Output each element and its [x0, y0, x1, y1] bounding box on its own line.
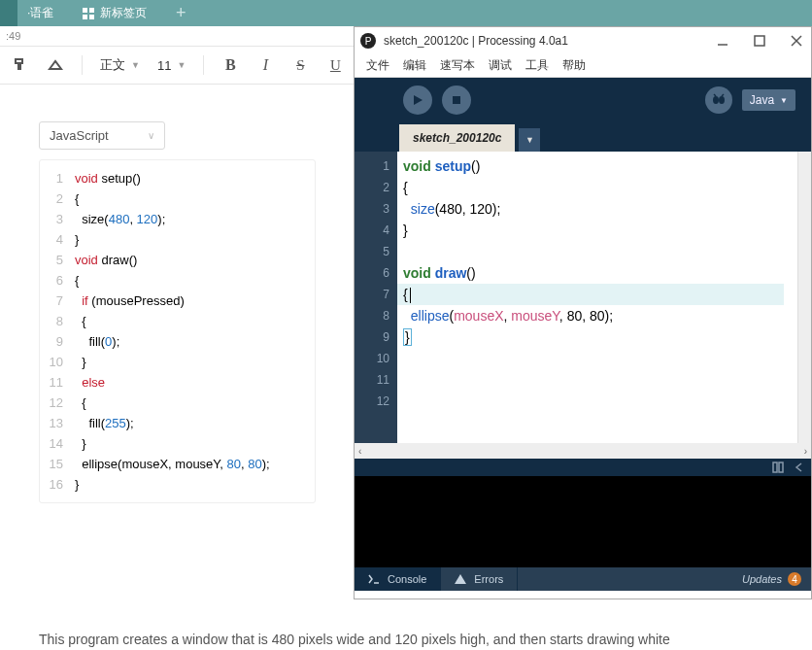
- document-area: JavaScript ∨ 1void setup()2{3 size(480, …: [0, 85, 355, 503]
- tab-yuque[interactable]: ·语雀: [17, 0, 73, 26]
- chevron-down-icon: ▼: [131, 60, 140, 70]
- menubar: 文件编辑速写本调试工具帮助: [355, 54, 811, 78]
- body-paragraph: This program creates a window that is 48…: [39, 630, 767, 649]
- svg-rect-0: [83, 8, 87, 13]
- code-block[interactable]: 1void setup()2{3 size(480, 120);4}5void …: [39, 159, 316, 503]
- status-bar: Console Errors Updates 4: [355, 567, 811, 591]
- grid-icon: [83, 8, 94, 19]
- svg-rect-5: [755, 36, 764, 46]
- horizontal-scrollbar[interactable]: ‹ ›: [355, 443, 811, 459]
- bold-button[interactable]: B: [221, 56, 239, 74]
- updates-indicator[interactable]: Updates 4: [742, 572, 811, 586]
- vertical-scrollbar[interactable]: [797, 152, 811, 443]
- window-title: sketch_200120c | Processing 4.0a1: [384, 34, 568, 48]
- svg-rect-14: [773, 462, 777, 472]
- separator: [82, 55, 83, 75]
- titlebar[interactable]: P sketch_200120c | Processing 4.0a1: [355, 27, 811, 54]
- toolbar: Java▼: [355, 78, 811, 122]
- collapse-icon[interactable]: [794, 462, 805, 473]
- gutter: 123456789101112: [355, 152, 397, 443]
- italic-button[interactable]: I: [256, 56, 274, 74]
- sketch-tabbar: sketch_200120c ▼: [355, 122, 811, 152]
- warning-icon: [455, 574, 466, 584]
- run-button[interactable]: [403, 86, 432, 115]
- svg-marker-17: [455, 574, 466, 584]
- tab-label: 新标签页: [100, 5, 147, 21]
- layout-icon[interactable]: [772, 462, 784, 473]
- close-button[interactable]: [788, 32, 805, 50]
- console-tab[interactable]: Console: [355, 567, 441, 591]
- svg-point-10: [713, 96, 719, 104]
- scroll-left-icon[interactable]: ‹: [358, 446, 361, 457]
- console-output[interactable]: [355, 476, 811, 567]
- menu-item[interactable]: 工具: [525, 57, 549, 74]
- browser-tabstrip: ·语雀 新标签页 +: [0, 0, 812, 26]
- window-controls: [714, 32, 805, 50]
- clear-format-icon[interactable]: [47, 56, 64, 74]
- mode-select[interactable]: Java▼: [742, 89, 795, 111]
- code-area[interactable]: void setup(){ size(480, 120);}void draw(…: [397, 152, 797, 443]
- sketch-tab[interactable]: sketch_200120c: [399, 124, 515, 152]
- chevron-down-icon: ▼: [177, 60, 186, 70]
- svg-rect-15: [779, 462, 783, 472]
- svg-rect-1: [89, 8, 94, 13]
- strike-button[interactable]: S: [291, 56, 309, 74]
- size-select[interactable]: 11▼: [157, 58, 186, 73]
- svg-line-12: [714, 94, 716, 96]
- menu-item[interactable]: 文件: [366, 57, 389, 74]
- code-editor[interactable]: 123456789101112 void setup(){ size(480, …: [355, 152, 811, 443]
- language-label: JavaScript: [50, 128, 109, 143]
- svg-marker-8: [414, 95, 423, 105]
- separator: [203, 55, 204, 75]
- minimize-button[interactable]: [714, 32, 731, 50]
- tab-menu-button[interactable]: ▼: [519, 128, 540, 152]
- style-select[interactable]: 正文▼: [100, 56, 140, 74]
- format-paint-icon[interactable]: [12, 56, 29, 74]
- chevron-down-icon: ▼: [780, 96, 788, 105]
- tab-new[interactable]: 新标签页: [73, 0, 166, 26]
- maximize-button[interactable]: [751, 32, 768, 50]
- chevron-down-icon: ∨: [148, 130, 154, 141]
- svg-rect-3: [89, 15, 94, 19]
- console-icon: [368, 574, 380, 584]
- svg-rect-9: [453, 96, 460, 104]
- tab-label: ·语雀: [27, 5, 53, 21]
- svg-line-13: [722, 94, 724, 96]
- title-left: P sketch_200120c | Processing 4.0a1: [360, 33, 568, 49]
- language-select[interactable]: JavaScript ∨: [39, 121, 165, 150]
- errors-tab[interactable]: Errors: [441, 567, 518, 591]
- update-count-badge: 4: [788, 572, 801, 586]
- menu-item[interactable]: 帮助: [562, 57, 586, 74]
- new-tab-button[interactable]: +: [166, 0, 195, 26]
- scroll-right-icon[interactable]: ›: [804, 446, 807, 457]
- stop-button[interactable]: [442, 86, 471, 115]
- underline-button[interactable]: U: [326, 56, 344, 74]
- splitter-bar[interactable]: [355, 459, 811, 476]
- menu-item[interactable]: 编辑: [403, 57, 426, 74]
- menu-item[interactable]: 速写本: [440, 57, 475, 74]
- processing-window: P sketch_200120c | Processing 4.0a1 文件编辑…: [354, 26, 812, 599]
- menu-item[interactable]: 调试: [489, 57, 512, 74]
- processing-icon: P: [360, 33, 376, 49]
- debug-icon[interactable]: [705, 86, 732, 114]
- svg-rect-2: [83, 15, 87, 19]
- svg-point-11: [719, 96, 725, 104]
- tab-partial-left[interactable]: [0, 0, 17, 26]
